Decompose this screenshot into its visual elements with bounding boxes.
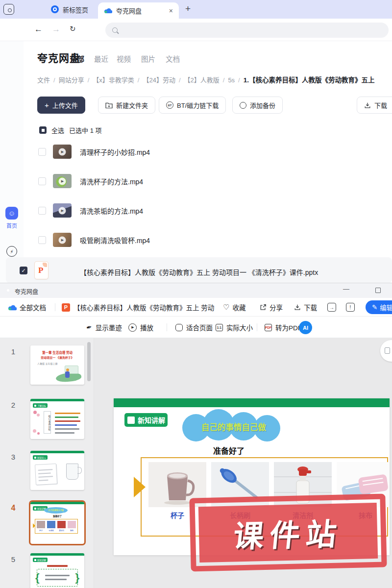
row-checkbox-checked[interactable]: ✓ bbox=[20, 267, 27, 274]
video-thumbnail: ▶ bbox=[53, 145, 72, 159]
actual-size-button[interactable]: 1:1 实际大小 bbox=[216, 317, 253, 338]
slide-thumbnail-2[interactable]: 了解目标 核心素养目标 bbox=[30, 399, 84, 439]
table-row[interactable]: ▶ 清洗茶垢的方法.mp4 bbox=[24, 196, 392, 225]
favorite-button[interactable]: ♡ 收藏 bbox=[223, 298, 245, 317]
actual-size-label: 实际大小 bbox=[226, 322, 253, 332]
home-icon[interactable]: ☺ bbox=[5, 207, 18, 220]
rail-home-label[interactable]: 首页 bbox=[0, 221, 24, 229]
thumb1-title: 第一章 生活自理 劳动 bbox=[30, 350, 84, 355]
refresh-icon[interactable]: ↻ bbox=[70, 24, 76, 33]
slide-thumbnail-4-active[interactable]: 新知讲解 自己的事情自己做 准备好了 杯子 长柄刷 清洁剂 抹布 bbox=[30, 502, 84, 544]
cloud-banner: 自己的事情自己做 bbox=[182, 409, 285, 443]
download-label: 下载 bbox=[374, 100, 387, 110]
ppt-file-icon: P bbox=[34, 261, 49, 279]
download-icon bbox=[294, 304, 301, 311]
table-row-selected[interactable]: ✓ P 【核心素养目标】人教版《劳动教育》五上 劳动项目一 《清洗杯子》课件.p… bbox=[6, 257, 392, 283]
slide-number: 2 bbox=[8, 401, 19, 409]
thumb3-badge: 新知导入 bbox=[33, 455, 48, 460]
file-name[interactable]: 吸管刷清洗吸管杯.mp4 bbox=[80, 225, 150, 255]
breadcrumb-item[interactable]: 文件 bbox=[37, 76, 50, 84]
feedback-icon: ! bbox=[346, 303, 355, 312]
forward-icon[interactable]: → bbox=[52, 24, 60, 34]
row-checkbox[interactable] bbox=[38, 236, 46, 244]
breadcrumb-separator: / bbox=[238, 76, 240, 84]
minimize-button[interactable]: — bbox=[343, 285, 349, 293]
new-tab-button[interactable]: + bbox=[185, 3, 191, 14]
viewer-download-button[interactable]: 下载 bbox=[294, 298, 317, 317]
notes-panel-handle[interactable] bbox=[380, 340, 392, 362]
tab-new-tab[interactable]: 新标签页 bbox=[51, 0, 88, 19]
thumb3-note-shape bbox=[35, 464, 57, 485]
share-button[interactable]: 分享 bbox=[260, 298, 283, 317]
table-row[interactable]: ▶ 清洗杯子的方法.mp4 bbox=[24, 167, 392, 196]
thumb4-item-box: 杯子 长柄刷 清洁剂 抹布 bbox=[35, 519, 78, 534]
fit-page-label: 适合页面 bbox=[186, 322, 213, 332]
ppt-p-glyph: P bbox=[38, 266, 43, 275]
all-docs-button[interactable]: 全部文档 bbox=[8, 298, 46, 317]
close-tab-icon[interactable]: × bbox=[169, 7, 173, 15]
slide-number-active: 4 bbox=[8, 504, 19, 513]
upload-button[interactable]: + 上传文件 bbox=[37, 97, 85, 114]
play-icon: ▶ bbox=[59, 148, 66, 155]
table-row[interactable]: ▶ 吸管刷清洗吸管杯.mp4 bbox=[24, 225, 392, 255]
select-all-checkbox[interactable] bbox=[39, 126, 47, 134]
new-folder-button[interactable]: 新建文件夹 bbox=[98, 97, 155, 114]
row-checkbox[interactable] bbox=[38, 177, 46, 185]
row-checkbox[interactable] bbox=[38, 207, 46, 215]
viewer-controls-bar: ✒ 显示墨迹 ▶ 播放 适合页面 1:1 实际大小 PDF 转为PDF AI bbox=[0, 317, 392, 338]
all-docs-label: 全部文档 bbox=[20, 302, 46, 312]
add-backup-button[interactable]: 添加备份 bbox=[232, 97, 283, 114]
slide-thumbnail-5[interactable]: 新知讲解 { } bbox=[30, 553, 84, 588]
breadcrumb-item[interactable]: 【24】劳动 bbox=[143, 76, 175, 84]
breadcrumb-item[interactable]: 【x】非教学类 bbox=[93, 76, 134, 84]
save-to-drive-button[interactable]: → bbox=[327, 298, 336, 317]
edit-button[interactable]: ✎ 编辑 bbox=[366, 300, 392, 314]
ai-assistant-button[interactable]: AI bbox=[299, 321, 312, 334]
window-title-bar: 夸克网盘 — bbox=[0, 283, 392, 298]
thumb2-side-label: 核心素养目标 bbox=[44, 411, 51, 434]
file-name[interactable]: 【核心素养目标】人教版《劳动教育》五上 劳动项目一 《清洗杯子》课件.pptx bbox=[80, 257, 318, 283]
tab-search-icon[interactable] bbox=[3, 4, 14, 15]
breadcrumb-item[interactable]: 5s bbox=[228, 76, 235, 84]
address-search-bar[interactable] bbox=[105, 23, 389, 38]
slide-thumbnail-1[interactable]: 第一章 生活自理 劳动 劳动项目一 《清洗杯子》 人教版 五年级上册 bbox=[30, 345, 84, 385]
row-checkbox[interactable] bbox=[38, 148, 46, 156]
breadcrumb-item[interactable]: 网站分享 bbox=[59, 76, 84, 84]
breadcrumb-separator: / bbox=[179, 76, 181, 84]
select-all-label[interactable]: 全选 bbox=[51, 125, 64, 135]
file-name[interactable]: 清洗茶垢的方法.mp4 bbox=[80, 196, 143, 225]
watermark-stamp: 课件站 bbox=[189, 493, 387, 571]
thumb2-badge: 了解目标 bbox=[33, 403, 48, 408]
show-ink-button[interactable]: ✒ 显示墨迹 bbox=[86, 317, 122, 338]
tab-recent[interactable]: 最近 bbox=[94, 53, 108, 64]
cloud-banner-text: 自己的事情自己做 bbox=[182, 421, 285, 433]
file-name[interactable]: 清理杯子的小妙招.mp4 bbox=[80, 137, 150, 167]
plus-icon: + bbox=[45, 101, 49, 109]
pen-icon: ✎ bbox=[372, 303, 377, 311]
fit-page-button[interactable]: 适合页面 bbox=[175, 317, 213, 338]
file-name[interactable]: 清洗杯子的方法.mp4 bbox=[80, 167, 143, 196]
to-pdf-button[interactable]: PDF 转为PDF bbox=[265, 317, 302, 338]
slide-thumbnail-3[interactable]: 新知导入 bbox=[30, 451, 84, 490]
bt-download-button[interactable]: BT BT/磁力链下载 bbox=[159, 97, 226, 114]
watermark-text: 课件站 bbox=[232, 509, 345, 556]
table-row[interactable]: ▶ 清理杯子的小妙招.mp4 bbox=[24, 137, 392, 167]
slide-number: 3 bbox=[8, 453, 19, 461]
transfer-icon[interactable]: ⚡ bbox=[6, 246, 17, 257]
tab-video[interactable]: 视频 bbox=[117, 53, 131, 64]
thumbnail-scrollbar[interactable] bbox=[87, 342, 91, 381]
slide-section-badge: 新知讲解 bbox=[124, 413, 168, 427]
tab-image[interactable]: 图片 bbox=[141, 53, 155, 64]
play-button[interactable]: ▶ 播放 bbox=[128, 317, 153, 338]
back-icon[interactable]: ← bbox=[34, 24, 43, 34]
feedback-button[interactable]: ! bbox=[346, 298, 355, 317]
tab-all[interactable]: 全部 bbox=[70, 53, 84, 64]
tab-doc[interactable]: 文档 bbox=[166, 53, 180, 64]
maximize-button[interactable] bbox=[375, 288, 381, 293]
active-tab-label: 夸克网盘 bbox=[116, 6, 142, 15]
viewer-content: 1 第一章 生活自理 劳动 劳动项目一 《清洗杯子》 人教版 五年级上册 2 了… bbox=[0, 338, 392, 588]
download-button[interactable]: 下载 bbox=[357, 97, 392, 114]
quark-cloud-icon bbox=[8, 304, 17, 311]
tab-quark-drive[interactable]: 夸克网盘 × bbox=[98, 2, 179, 19]
breadcrumb-item[interactable]: 【2】人教版 bbox=[184, 76, 220, 84]
